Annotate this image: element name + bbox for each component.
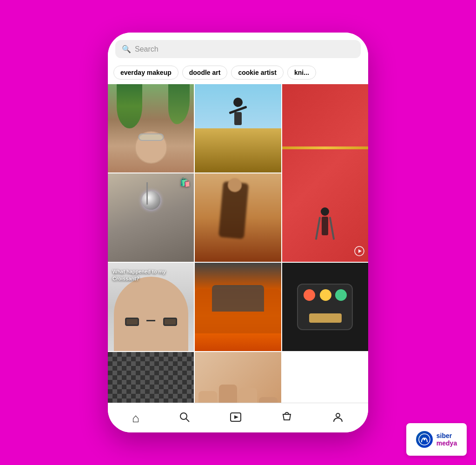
cell-8-image	[282, 263, 368, 351]
reels-icon-cell3	[354, 246, 364, 258]
cell-3-image	[282, 84, 368, 262]
search-container: 🔍 Search	[108, 33, 368, 63]
grid-cell-6[interactable]: What happened to myCroissant?	[108, 263, 194, 351]
cell-2-image	[195, 84, 281, 173]
cell-6-image: What happened to myCroissant?	[108, 263, 194, 351]
watermark-text: siber medya	[436, 432, 457, 447]
home-icon: ⌂	[132, 412, 139, 424]
search-placeholder: Search	[135, 45, 159, 53]
tag-pill-kni[interactable]: kni...	[287, 66, 316, 80]
cell-9-image	[108, 352, 194, 403]
image-grid: 🛍️	[108, 84, 368, 403]
grid-cell-4[interactable]: 🛍️	[108, 173, 194, 262]
search-bar[interactable]: 🔍 Search	[115, 40, 361, 58]
svg-point-2	[180, 413, 187, 419]
tag-pill-doodle-art[interactable]: doodle art	[182, 66, 228, 80]
watermark-logo	[416, 431, 433, 448]
svg-point-6	[336, 413, 340, 417]
cell-10-image	[195, 352, 281, 403]
grid-cell-7[interactable]	[195, 263, 281, 351]
tags-row: everday makeup doodle art cookie artist …	[108, 63, 368, 84]
nav-reels[interactable]	[222, 407, 249, 429]
tag-pill-everyday-makeup[interactable]: everday makeup	[113, 66, 178, 80]
cell-6-text: What happened to myCroissant?	[112, 268, 165, 283]
watermark-brand2: medya	[436, 439, 457, 447]
reels-nav-icon	[230, 411, 242, 425]
nav-profile[interactable]	[324, 407, 351, 429]
grid-cell-3[interactable]	[282, 84, 368, 262]
grid-cell-8[interactable]	[282, 263, 368, 351]
nav-home[interactable]: ⌂	[125, 408, 147, 428]
grid-cell-10[interactable]	[195, 352, 281, 403]
cell-5-image	[195, 173, 281, 262]
cell-7-image	[195, 263, 281, 351]
profile-nav-icon	[332, 411, 344, 425]
grid-cell-5[interactable]	[195, 173, 281, 262]
phone-content: 🔍 Search everday makeup doodle art cooki…	[108, 33, 368, 432]
search-nav-icon	[178, 411, 191, 425]
cell-1-image	[108, 84, 194, 173]
svg-line-3	[186, 418, 189, 422]
grid-cell-1[interactable]	[108, 84, 194, 173]
watermark-brand1: siber	[436, 432, 457, 439]
bottom-nav: ⌂	[108, 403, 368, 432]
grid-cell-9[interactable]: ⬜	[108, 352, 194, 403]
svg-marker-1	[358, 249, 362, 253]
shop-icon-cell4: 🛍️	[180, 177, 190, 187]
nav-shop[interactable]	[273, 407, 300, 429]
shop-nav-icon	[281, 411, 293, 425]
tag-pill-cookie-artist[interactable]: cookie artist	[231, 66, 283, 80]
svg-marker-5	[234, 415, 238, 419]
svg-point-8	[423, 438, 425, 440]
phone-frame: 🔍 Search everday makeup doodle art cooki…	[108, 33, 368, 432]
search-icon: 🔍	[122, 45, 131, 53]
nav-search[interactable]	[171, 407, 198, 429]
watermark: siber medya	[406, 423, 467, 456]
grid-cell-2[interactable]	[195, 84, 281, 173]
